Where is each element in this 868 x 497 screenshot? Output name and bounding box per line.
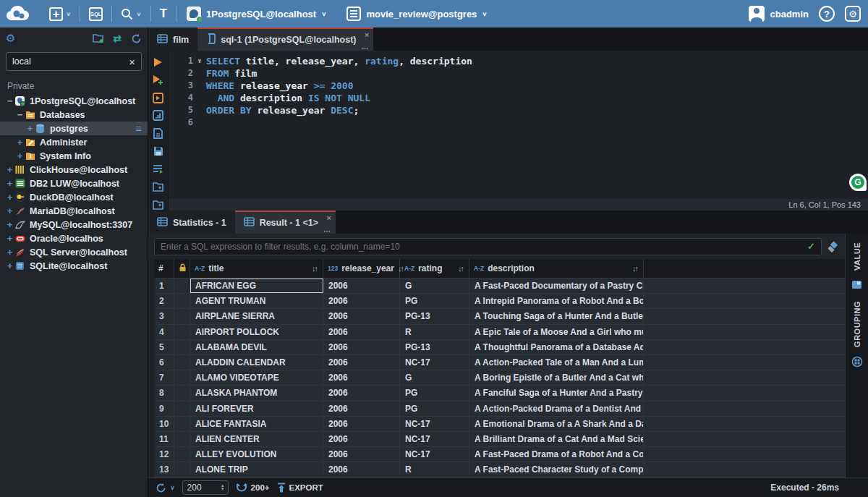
- cell-description[interactable]: A Brilliant Drama of a Cat And a Mad Sci…: [469, 432, 644, 446]
- cell-rating[interactable]: PG-13: [400, 309, 469, 323]
- expand-icon[interactable]: +: [4, 205, 15, 216]
- cell-rating[interactable]: R: [400, 325, 469, 339]
- cell-rating[interactable]: NC-17: [400, 447, 469, 462]
- cell-rating[interactable]: G: [400, 370, 469, 385]
- cell-num[interactable]: 9: [154, 402, 174, 416]
- search-input[interactable]: [12, 56, 129, 67]
- save-as-script-button[interactable]: [153, 199, 164, 211]
- sort-icon[interactable]: ↓↑: [312, 264, 318, 273]
- expand-icon[interactable]: +: [4, 233, 15, 244]
- cell-rating[interactable]: PG: [400, 386, 469, 400]
- tab-sql-1-1postgresql-localhost-[interactable]: sql-1 (1PostgreSQL@localhost)×…: [197, 27, 373, 51]
- connection-selector[interactable]: 1PostgreSQL@localhost ∨: [176, 0, 336, 27]
- collapse-icon[interactable]: −: [4, 95, 15, 106]
- cell-release_year[interactable]: 2006: [323, 432, 400, 446]
- cell-title[interactable]: ALI FOREVER: [190, 402, 323, 416]
- row-lock-cell[interactable]: [174, 294, 190, 308]
- sql-editor-button[interactable]: SQL: [80, 0, 111, 27]
- clear-filter-icon[interactable]: [827, 241, 839, 252]
- cell-rating[interactable]: G: [400, 279, 469, 293]
- cell-description[interactable]: A Fanciful Saga of a Hunter And a Pastry…: [469, 386, 644, 400]
- explain-plan-button[interactable]: [153, 110, 164, 122]
- cell-rating[interactable]: PG: [400, 402, 469, 416]
- page-size-stepper[interactable]: ▲▼: [182, 480, 229, 495]
- cell-release_year[interactable]: 2006: [323, 462, 400, 477]
- tree-item-oracle-localhos[interactable]: +Oracle@localhos: [0, 231, 148, 245]
- column-header-lock[interactable]: [174, 259, 190, 278]
- cell-num[interactable]: 12: [154, 447, 174, 462]
- extension-badge[interactable]: G: [849, 174, 867, 191]
- tree-item-postgres[interactable]: +postgres≡: [0, 122, 148, 135]
- cell-release_year[interactable]: 2006: [323, 309, 400, 323]
- row-lock-cell[interactable]: [174, 370, 190, 385]
- cell-num[interactable]: 8: [154, 386, 174, 400]
- cell-num[interactable]: 7: [154, 370, 174, 385]
- cell-rating[interactable]: NC-17: [400, 432, 469, 446]
- tree-item-mysql-localhost-3307[interactable]: +MySQL@localhost:3307: [0, 218, 148, 231]
- row-lock-cell[interactable]: [174, 279, 190, 293]
- cell-num[interactable]: 10: [154, 417, 174, 431]
- expand-icon[interactable]: +: [4, 192, 15, 203]
- tab-film[interactable]: film: [148, 27, 197, 51]
- cell-title[interactable]: ALLEY EVOLUTION: [190, 447, 323, 462]
- column-header-description[interactable]: A-Zdescription↓↑: [469, 259, 644, 278]
- cell-release_year[interactable]: 2006: [323, 447, 400, 462]
- cell-num[interactable]: 3: [154, 309, 174, 323]
- cell-release_year[interactable]: 2006: [323, 340, 400, 354]
- cell-description[interactable]: A Action-Packed Drama of a Dentist And a…: [469, 402, 644, 416]
- fetch-more-button[interactable]: 200+: [236, 483, 270, 493]
- execute-query-button[interactable]: [153, 56, 164, 68]
- user-menu[interactable]: cbadmin: [749, 6, 809, 22]
- expand-icon[interactable]: +: [14, 150, 25, 161]
- clear-search-icon[interactable]: ×: [129, 56, 135, 67]
- row-lock-cell[interactable]: [174, 462, 190, 477]
- schema-selector[interactable]: movie_review@postgres ∨: [336, 0, 497, 27]
- cell-title[interactable]: ALABAMA DEVIL: [190, 340, 323, 354]
- row-lock-cell[interactable]: [174, 447, 190, 462]
- expand-icon[interactable]: +: [4, 164, 15, 175]
- cell-rating[interactable]: PG: [400, 294, 469, 308]
- expand-icon[interactable]: +: [4, 219, 15, 230]
- tree-item-administer[interactable]: +Administer: [0, 135, 148, 149]
- tab-result-1-1-[interactable]: Result - 1 <1>×…: [235, 211, 336, 234]
- search-button[interactable]: ∨: [112, 0, 150, 27]
- row-lock-cell[interactable]: [174, 355, 190, 370]
- close-tab-icon[interactable]: ×: [365, 30, 369, 39]
- cell-release_year[interactable]: 2006: [323, 355, 400, 370]
- tree-item-mariadb-localhost[interactable]: +MariaDB@localhost: [0, 204, 148, 218]
- cell-num[interactable]: 13: [154, 462, 174, 477]
- cell-release_year[interactable]: 2006: [323, 402, 400, 416]
- stepper-arrows-icon[interactable]: ▲▼: [221, 484, 228, 491]
- cell-title[interactable]: ALONE TRIP: [190, 462, 323, 477]
- cell-title[interactable]: ALIEN CENTER: [190, 432, 323, 446]
- row-lock-cell[interactable]: [174, 325, 190, 339]
- cell-description[interactable]: A Intrepid Panorama of a Robot And a Boy…: [469, 294, 644, 308]
- cell-num[interactable]: 4: [154, 325, 174, 339]
- cell-title[interactable]: AIRPORT POLLOCK: [190, 325, 323, 339]
- query-document-button[interactable]: [153, 128, 164, 140]
- column-header-#[interactable]: #: [154, 259, 174, 278]
- settings-button[interactable]: ⚙: [845, 6, 861, 22]
- execute-script-button[interactable]: [153, 92, 164, 103]
- cell-description[interactable]: A Thoughtful Panorama of a Database Admi…: [469, 340, 644, 354]
- fold-chevron-icon[interactable]: ∨: [193, 55, 206, 67]
- row-lock-cell[interactable]: [174, 340, 190, 354]
- cell-release_year[interactable]: 2006: [323, 294, 400, 308]
- cell-num[interactable]: 11: [154, 432, 174, 446]
- cell-rating[interactable]: NC-17: [400, 417, 469, 431]
- column-header-release_year[interactable]: 123release_year↓↑: [323, 259, 400, 278]
- cell-num[interactable]: 2: [154, 294, 174, 308]
- column-header-title[interactable]: A-Ztitle↓↑: [190, 259, 323, 278]
- cell-description[interactable]: A Emotional Drama of a A Shark And a Dat…: [469, 417, 644, 431]
- cell-title[interactable]: ALAMO VIDEOTAPE: [190, 370, 323, 385]
- cell-title[interactable]: AIRPLANE SIERRA: [190, 309, 323, 323]
- column-header-rating[interactable]: A-Zrating↓↑: [400, 259, 469, 278]
- expand-icon[interactable]: +: [25, 123, 35, 134]
- execution-log-button[interactable]: [153, 163, 164, 175]
- cell-description[interactable]: A Epic Tale of a Moose And a Girl who mu…: [469, 325, 644, 339]
- tree-item-duckdb-localhost[interactable]: +DuckDB@localhost: [0, 190, 148, 204]
- filter-input[interactable]: [161, 242, 807, 252]
- cell-description[interactable]: A Fast-Paced Documentary of a Pastry Che…: [469, 279, 644, 293]
- sync-connections-icon[interactable]: ⇄: [111, 33, 123, 44]
- value-panel-icon[interactable]: [851, 279, 862, 292]
